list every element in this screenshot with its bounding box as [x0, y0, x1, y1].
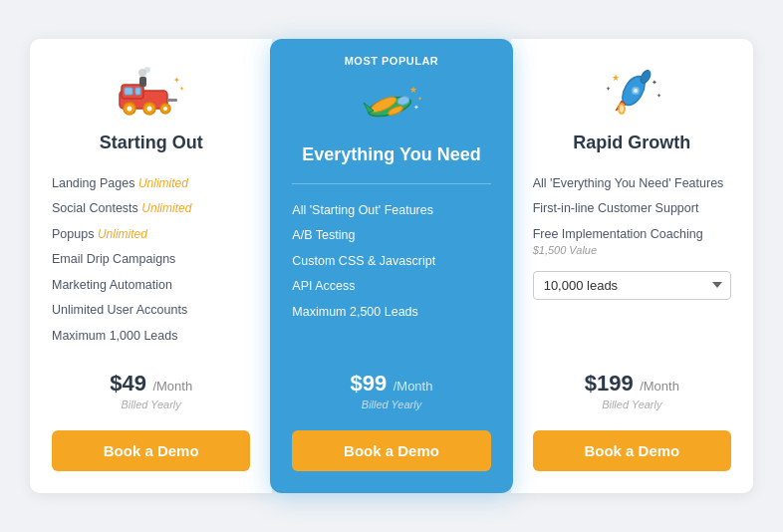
- price-amount: $99: [351, 371, 388, 396]
- feature-item: Social Contests Unlimited: [52, 196, 250, 222]
- svg-point-7: [146, 106, 151, 111]
- svg-rect-2: [125, 88, 132, 95]
- feature-highlight: Unlimited: [138, 176, 188, 190]
- price-period: /Month: [640, 379, 679, 394]
- book-demo-button[interactable]: Book a Demo: [52, 430, 250, 471]
- feature-highlight: Unlimited: [98, 227, 147, 241]
- feature-item: All 'Starting Out' Features: [292, 198, 490, 224]
- svg-point-5: [127, 106, 131, 111]
- feature-item: API Access: [292, 274, 490, 300]
- book-demo-button[interactable]: Book a Demo: [292, 430, 490, 471]
- price-display: $49 /Month: [110, 371, 192, 397]
- pricing-card-rapid-growth: ★ ✦ ✦ ✦ Rapid GrowthAll 'Everything You …: [511, 39, 753, 494]
- rocket-icon: ★ ✦ ✦ ✦: [592, 63, 671, 123]
- svg-text:✦: ✦: [656, 93, 661, 99]
- svg-rect-10: [139, 77, 146, 87]
- svg-text:✦: ✦: [652, 79, 657, 86]
- svg-rect-3: [135, 88, 140, 95]
- svg-point-12: [144, 67, 150, 73]
- feature-subtext: $1,500 Value: [533, 243, 731, 258]
- feature-item: All 'Everything You Need' Features: [533, 171, 731, 197]
- features-list: All 'Everything You Need' FeaturesFirst-…: [533, 171, 731, 304]
- train-icon: ✦ ✦: [112, 63, 191, 123]
- card-title: Everything You Need: [302, 144, 480, 165]
- features-list: Landing Pages UnlimitedSocial Contests U…: [52, 171, 250, 350]
- feature-item: A/B Testing: [292, 223, 490, 249]
- price-amount: $199: [585, 371, 634, 396]
- leads-select[interactable]: 10,000 leads: [533, 271, 731, 300]
- svg-point-27: [634, 89, 638, 93]
- feature-item: Marketing Automation: [52, 273, 250, 299]
- feature-item: Popups Unlimited: [52, 222, 250, 248]
- card-divider: [292, 183, 490, 184]
- price-amount: $49: [110, 371, 146, 396]
- svg-text:✦: ✦: [606, 86, 611, 92]
- feature-item: Free Implementation Coaching$1,500 Value: [533, 222, 731, 263]
- svg-point-9: [163, 107, 167, 111]
- card-title: Starting Out: [100, 133, 203, 153]
- feature-item: Maximum 2,500 Leads: [292, 300, 490, 326]
- card-title: Rapid Growth: [573, 133, 690, 153]
- most-popular-label: Most Popular: [345, 55, 439, 67]
- pricing-card-everything-you-need: Most Popular ★ ✦ ✦ Everything You NeedAl…: [270, 39, 512, 494]
- feature-item: Email Drip Campaigns: [52, 247, 250, 273]
- price-period: /Month: [152, 379, 192, 394]
- price-section: $49 /Month Billed Yearly: [110, 371, 192, 410]
- pricing-card-starting-out: ✦ ✦ Starting OutLanding Pages UnlimitedS…: [30, 39, 272, 494]
- billed-text: Billed Yearly: [110, 399, 192, 410]
- feature-item: Custom CSS & Javascript: [292, 249, 490, 275]
- price-period: /Month: [393, 379, 433, 394]
- svg-text:✦: ✦: [179, 86, 184, 92]
- svg-text:★: ★: [409, 85, 417, 95]
- leads-dropdown-item: 10,000 leads: [533, 263, 731, 304]
- features-list: All 'Starting Out' FeaturesA/B TestingCu…: [292, 198, 490, 326]
- billed-text: Billed Yearly: [351, 399, 433, 410]
- feature-highlight: Unlimited: [141, 201, 191, 215]
- feature-item: Unlimited User Accounts: [52, 298, 250, 324]
- feature-item: Landing Pages Unlimited: [52, 171, 250, 197]
- svg-text:✦: ✦: [417, 96, 422, 102]
- plane-icon: ★ ✦ ✦: [352, 75, 431, 134]
- feature-item: First-in-line Customer Support: [533, 196, 731, 222]
- svg-point-30: [620, 105, 624, 113]
- price-display: $99 /Month: [351, 371, 433, 397]
- book-demo-button[interactable]: Book a Demo: [533, 430, 731, 471]
- svg-text:✦: ✦: [413, 104, 419, 111]
- svg-text:★: ★: [612, 73, 620, 83]
- billed-text: Billed Yearly: [585, 399, 679, 410]
- price-section: $199 /Month Billed Yearly: [585, 371, 679, 410]
- price-display: $199 /Month: [585, 371, 679, 397]
- svg-rect-13: [167, 99, 177, 102]
- svg-text:✦: ✦: [173, 76, 180, 85]
- price-section: $99 /Month Billed Yearly: [351, 371, 433, 410]
- pricing-container: ✦ ✦ Starting OutLanding Pages UnlimitedS…: [0, 19, 783, 514]
- feature-item: Maximum 1,000 Leads: [52, 324, 250, 350]
